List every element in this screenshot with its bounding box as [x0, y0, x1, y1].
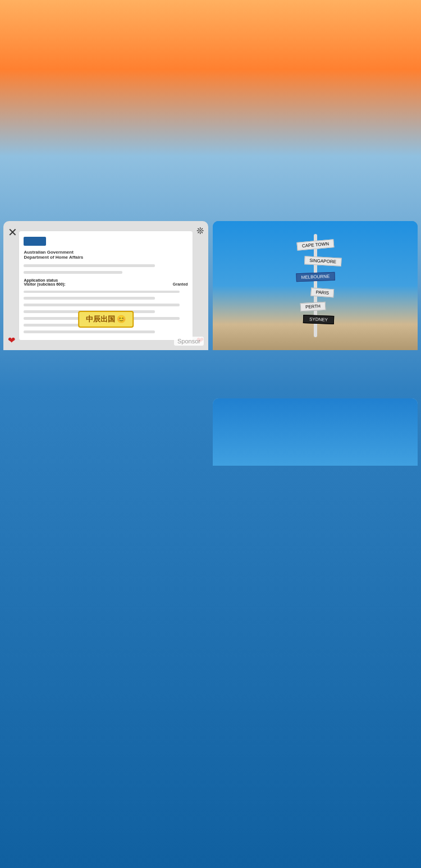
partial-card-image-2 — [213, 398, 418, 466]
card-image-2 — [213, 66, 418, 173]
doc-stamp: 中辰出国 😊 — [78, 311, 134, 328]
doc-inner: Australian GovernmentDepartment of Home … — [19, 231, 193, 341]
result-card-2[interactable]: 请问努力十年澳洲移民失败的生活是怎样的？... Lucky lucky 🍀 20… — [213, 66, 418, 217]
card-image-4: CAPE TOWN SINGAPORE MELBOURNE PARIS PERT… — [213, 221, 418, 350]
card-image-3: ✕ ❊ ❤ ❤ Australian GovernmentDepartment … — [3, 221, 208, 350]
results-grid: 澳洲移民失败之路 上一篇记录了我们全家之前... 丹妮 2022-03-20 ♡… — [0, 62, 421, 516]
sponsored-badge: Sponsor — [174, 337, 204, 346]
